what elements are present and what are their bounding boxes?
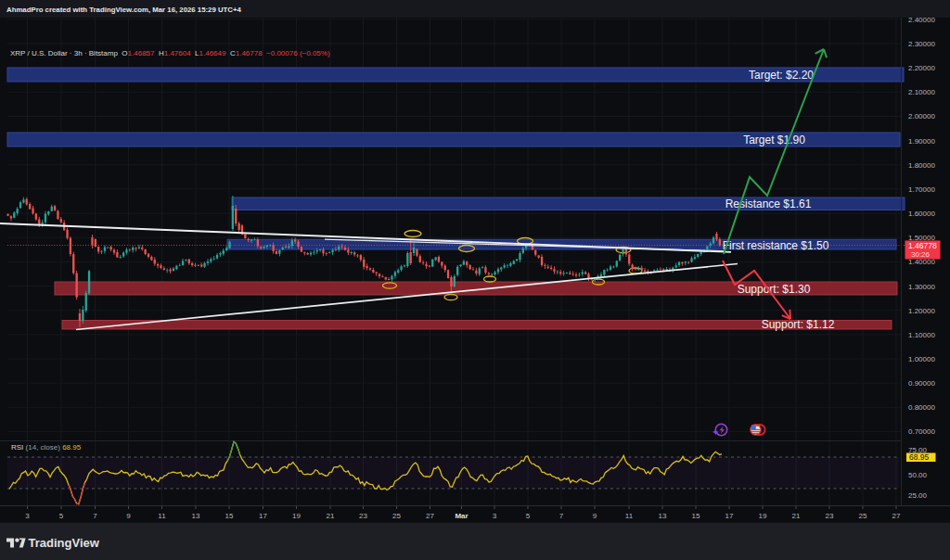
svg-text:Support: $1.30: Support: $1.30	[738, 283, 811, 296]
svg-text:2.20000: 2.20000	[908, 64, 935, 72]
svg-text:1.40000: 1.40000	[908, 258, 935, 266]
svg-text:5: 5	[59, 512, 64, 520]
svg-text:19: 19	[292, 512, 301, 520]
svg-text:68.95: 68.95	[909, 452, 930, 462]
svg-text:2.10000: 2.10000	[908, 88, 935, 96]
svg-text:21: 21	[792, 512, 801, 520]
svg-text:15: 15	[692, 512, 700, 520]
svg-text:1.00000: 1.00000	[908, 355, 935, 363]
svg-text:Target $1.90: Target $1.90	[743, 134, 805, 146]
svg-text:AhmadPro created with TradingV: AhmadPro created with TradingView.com, M…	[6, 6, 242, 14]
svg-text:25: 25	[859, 512, 867, 520]
svg-text:50.00: 50.00	[908, 471, 928, 479]
svg-text:13: 13	[659, 512, 667, 520]
svg-text:Mar: Mar	[455, 512, 468, 520]
svg-text:7: 7	[93, 512, 97, 520]
svg-text:2.40000: 2.40000	[908, 16, 935, 24]
svg-text:2.00000: 2.00000	[908, 112, 935, 121]
svg-text:11: 11	[158, 512, 166, 520]
svg-text:Support: $1.12: Support: $1.12	[762, 318, 835, 331]
svg-text:First resistance $1.50: First resistance $1.50	[723, 239, 829, 252]
svg-text:0.90000: 0.90000	[908, 379, 935, 388]
svg-text:19: 19	[759, 512, 767, 520]
svg-text:27: 27	[892, 512, 901, 520]
svg-text:1.70000: 1.70000	[908, 185, 935, 194]
svg-text:3: 3	[25, 512, 30, 520]
svg-text:2.30000: 2.30000	[908, 40, 935, 48]
svg-text:5: 5	[526, 512, 531, 520]
svg-text:0.80000: 0.80000	[908, 403, 935, 412]
svg-text:9: 9	[126, 512, 131, 520]
svg-text:1.10000: 1.10000	[908, 331, 935, 339]
svg-text:3: 3	[493, 512, 497, 520]
svg-text:17: 17	[725, 512, 734, 520]
svg-text:23: 23	[826, 512, 834, 520]
svg-text:7: 7	[559, 512, 564, 520]
svg-text:1.50000: 1.50000	[908, 234, 935, 242]
svg-text:1.60000: 1.60000	[908, 210, 935, 218]
svg-text:27: 27	[426, 512, 434, 520]
svg-text:17: 17	[259, 512, 267, 520]
svg-text:13: 13	[192, 512, 200, 520]
svg-text:23: 23	[359, 512, 367, 520]
svg-text:1.30000: 1.30000	[908, 283, 935, 291]
svg-text:Target: $2.20: Target: $2.20	[749, 69, 814, 82]
svg-text:25.00: 25.00	[908, 491, 928, 500]
svg-text:RSI (14, close) 68.95: RSI (14, close) 68.95	[11, 443, 82, 452]
svg-text:1.46778: 1.46778	[908, 241, 937, 250]
svg-text:0.70000: 0.70000	[908, 427, 935, 436]
svg-text:1.80000: 1.80000	[908, 161, 935, 170]
svg-text:XRP / U.S. Dollar · 3h · Bitst: XRP / U.S. Dollar · 3h · Bitstamp O1.468…	[10, 49, 330, 57]
svg-text:11: 11	[625, 512, 634, 520]
svg-text:15: 15	[225, 512, 234, 520]
svg-text:1.20000: 1.20000	[908, 307, 935, 315]
svg-text:TradingView: TradingView	[29, 536, 100, 550]
svg-text:21: 21	[327, 512, 335, 520]
svg-text:1.90000: 1.90000	[908, 137, 935, 146]
svg-text:25: 25	[392, 512, 401, 520]
svg-text:9: 9	[593, 512, 597, 520]
